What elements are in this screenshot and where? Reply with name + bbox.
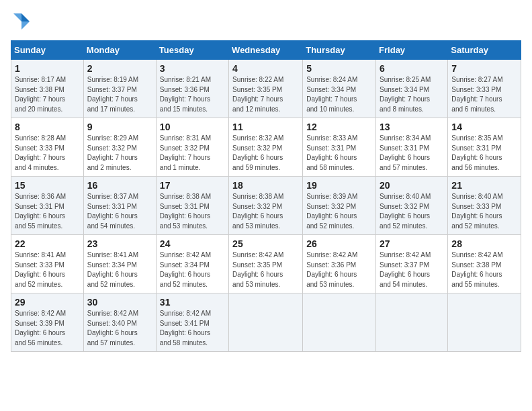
calendar-week-row: 8Sunrise: 8:28 AM Sunset: 3:33 PM Daylig… [11,118,521,177]
calendar-cell: 13Sunrise: 8:34 AM Sunset: 3:31 PM Dayli… [376,118,448,177]
calendar-cell: 30Sunrise: 8:42 AM Sunset: 3:40 PM Dayli… [83,293,156,352]
calendar-cell: 23Sunrise: 8:41 AM Sunset: 3:34 PM Dayli… [83,235,156,293]
weekday-header: Sunday [11,41,84,60]
calendar-cell: 17Sunrise: 8:38 AM Sunset: 3:31 PM Dayli… [156,177,228,235]
day-info: Sunrise: 8:33 AM Sunset: 3:31 PM Dayligh… [306,134,372,173]
day-number: 8 [15,122,80,132]
calendar-cell: 22Sunrise: 8:41 AM Sunset: 3:33 PM Dayli… [11,235,84,293]
svg-marker-2 [13,13,21,21]
calendar-week-row: 1Sunrise: 8:17 AM Sunset: 3:38 PM Daylig… [11,60,521,118]
day-info: Sunrise: 8:42 AM Sunset: 3:36 PM Dayligh… [306,250,372,289]
day-info: Sunrise: 8:37 AM Sunset: 3:31 PM Dayligh… [87,192,152,231]
calendar-table: SundayMondayTuesdayWednesdayThursdayFrid… [11,40,521,352]
weekday-header: Tuesday [156,41,228,60]
calendar-cell: 16Sunrise: 8:37 AM Sunset: 3:31 PM Dayli… [83,177,156,235]
calendar-cell: 14Sunrise: 8:35 AM Sunset: 3:31 PM Dayli… [448,118,521,177]
day-number: 20 [380,180,444,191]
day-info: Sunrise: 8:17 AM Sunset: 3:38 PM Dayligh… [15,75,80,114]
calendar-cell: 20Sunrise: 8:40 AM Sunset: 3:32 PM Dayli… [376,177,448,235]
weekday-header: Saturday [448,41,521,60]
calendar-cell: 6Sunrise: 8:25 AM Sunset: 3:34 PM Daylig… [376,60,448,118]
logo-icon [11,11,32,32]
calendar-cell: 5Sunrise: 8:24 AM Sunset: 3:34 PM Daylig… [303,60,376,118]
calendar-cell: 2Sunrise: 8:19 AM Sunset: 3:37 PM Daylig… [83,60,156,118]
calendar-cell: 15Sunrise: 8:36 AM Sunset: 3:31 PM Dayli… [11,177,84,235]
day-number: 23 [87,238,152,249]
day-info: Sunrise: 8:21 AM Sunset: 3:36 PM Dayligh… [160,75,225,114]
day-info: Sunrise: 8:42 AM Sunset: 3:38 PM Dayligh… [451,250,517,289]
day-number: 11 [232,122,299,132]
day-number: 2 [87,63,152,74]
day-number: 26 [306,238,372,249]
day-number: 13 [380,122,444,132]
day-info: Sunrise: 8:25 AM Sunset: 3:34 PM Dayligh… [380,75,444,114]
day-info: Sunrise: 8:41 AM Sunset: 3:34 PM Dayligh… [87,250,152,289]
calendar-cell: 18Sunrise: 8:38 AM Sunset: 3:32 PM Dayli… [229,177,303,235]
day-info: Sunrise: 8:27 AM Sunset: 3:33 PM Dayligh… [451,75,517,114]
day-info: Sunrise: 8:29 AM Sunset: 3:32 PM Dayligh… [87,134,152,173]
day-number: 31 [160,297,225,308]
calendar-cell: 7Sunrise: 8:27 AM Sunset: 3:33 PM Daylig… [448,60,521,118]
day-number: 10 [160,122,225,132]
calendar-cell [229,293,303,352]
calendar-week-row: 29Sunrise: 8:42 AM Sunset: 3:39 PM Dayli… [11,293,521,352]
weekday-header: Monday [83,41,156,60]
day-info: Sunrise: 8:28 AM Sunset: 3:33 PM Dayligh… [15,134,80,173]
day-number: 27 [380,238,444,249]
day-info: Sunrise: 8:40 AM Sunset: 3:33 PM Dayligh… [451,192,517,231]
day-number: 7 [451,63,517,74]
day-number: 5 [306,63,372,74]
day-number: 28 [451,238,517,249]
calendar-cell: 1Sunrise: 8:17 AM Sunset: 3:38 PM Daylig… [11,60,84,118]
day-info: Sunrise: 8:42 AM Sunset: 3:34 PM Dayligh… [160,250,225,289]
calendar-cell: 10Sunrise: 8:31 AM Sunset: 3:32 PM Dayli… [156,118,228,177]
day-info: Sunrise: 8:42 AM Sunset: 3:35 PM Dayligh… [232,250,299,289]
day-number: 18 [232,180,299,191]
day-info: Sunrise: 8:42 AM Sunset: 3:40 PM Dayligh… [87,309,152,348]
calendar-cell: 29Sunrise: 8:42 AM Sunset: 3:39 PM Dayli… [11,293,84,352]
day-number: 9 [87,122,152,132]
calendar-cell: 27Sunrise: 8:42 AM Sunset: 3:37 PM Dayli… [376,235,448,293]
day-number: 3 [160,63,225,74]
day-info: Sunrise: 8:19 AM Sunset: 3:37 PM Dayligh… [87,75,152,114]
day-number: 16 [87,180,152,191]
calendar-cell: 24Sunrise: 8:42 AM Sunset: 3:34 PM Dayli… [156,235,228,293]
calendar-cell [376,293,448,352]
day-number: 22 [15,238,80,249]
day-info: Sunrise: 8:38 AM Sunset: 3:31 PM Dayligh… [160,192,225,231]
day-info: Sunrise: 8:40 AM Sunset: 3:32 PM Dayligh… [380,192,444,231]
day-number: 12 [306,122,372,132]
day-info: Sunrise: 8:35 AM Sunset: 3:31 PM Dayligh… [451,134,517,173]
weekday-header: Wednesday [229,41,303,60]
calendar-cell: 21Sunrise: 8:40 AM Sunset: 3:33 PM Dayli… [448,177,521,235]
calendar-cell: 8Sunrise: 8:28 AM Sunset: 3:33 PM Daylig… [11,118,84,177]
day-info: Sunrise: 8:36 AM Sunset: 3:31 PM Dayligh… [15,192,80,231]
day-info: Sunrise: 8:32 AM Sunset: 3:32 PM Dayligh… [232,134,299,173]
day-info: Sunrise: 8:39 AM Sunset: 3:32 PM Dayligh… [306,192,372,231]
day-info: Sunrise: 8:41 AM Sunset: 3:33 PM Dayligh… [15,250,80,289]
day-info: Sunrise: 8:42 AM Sunset: 3:39 PM Dayligh… [15,309,80,348]
day-info: Sunrise: 8:22 AM Sunset: 3:35 PM Dayligh… [232,75,299,114]
calendar-cell: 26Sunrise: 8:42 AM Sunset: 3:36 PM Dayli… [303,235,376,293]
day-number: 21 [451,180,517,191]
day-number: 14 [451,122,517,132]
day-info: Sunrise: 8:31 AM Sunset: 3:32 PM Dayligh… [160,134,225,173]
day-info: Sunrise: 8:24 AM Sunset: 3:34 PM Dayligh… [306,75,372,114]
day-info: Sunrise: 8:42 AM Sunset: 3:37 PM Dayligh… [380,250,444,289]
calendar-cell: 31Sunrise: 8:42 AM Sunset: 3:41 PM Dayli… [156,293,228,352]
day-number: 25 [232,238,299,249]
calendar-cell: 12Sunrise: 8:33 AM Sunset: 3:31 PM Dayli… [303,118,376,177]
svg-marker-1 [21,21,30,30]
calendar-cell [303,293,376,352]
day-number: 15 [15,180,80,191]
day-number: 17 [160,180,225,191]
weekday-header: Friday [376,41,448,60]
day-number: 4 [232,63,299,74]
calendar-week-row: 15Sunrise: 8:36 AM Sunset: 3:31 PM Dayli… [11,177,521,235]
calendar-cell: 11Sunrise: 8:32 AM Sunset: 3:32 PM Dayli… [229,118,303,177]
day-number: 6 [380,63,444,74]
calendar-cell: 9Sunrise: 8:29 AM Sunset: 3:32 PM Daylig… [83,118,156,177]
day-info: Sunrise: 8:38 AM Sunset: 3:32 PM Dayligh… [232,192,299,231]
svg-marker-0 [21,13,30,21]
weekday-header-row: SundayMondayTuesdayWednesdayThursdayFrid… [11,41,521,60]
